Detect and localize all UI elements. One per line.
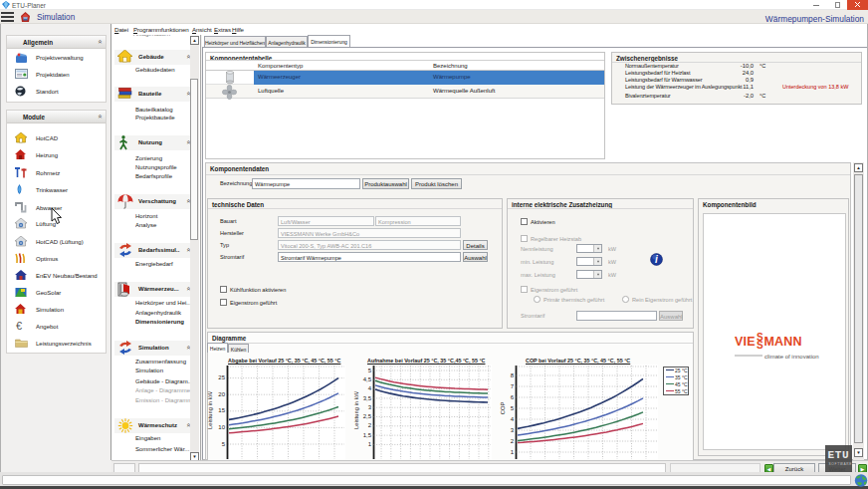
svg-text:VIE: VIE [735,335,756,349]
svg-text:MANN: MANN [764,335,802,349]
svg-text:i: i [655,254,658,265]
svg-text:S: S [757,340,763,351]
svg-text:climate of innovation: climate of innovation [764,354,819,360]
svg-text:€: € [16,321,22,331]
